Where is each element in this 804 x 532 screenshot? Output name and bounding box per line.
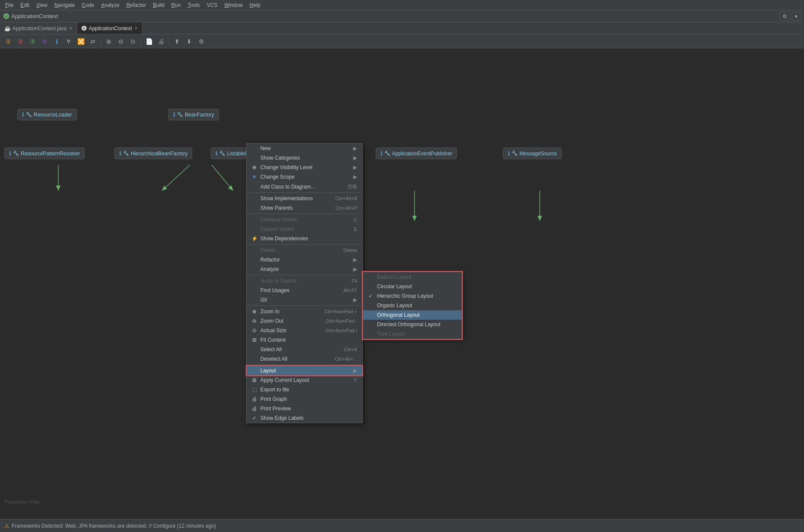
menu-edit[interactable]: Edit <box>17 1 33 9</box>
toolbar-btn-settings[interactable]: ⚙ <box>196 36 207 47</box>
tab-java-label: ApplicationContext.java <box>13 25 66 31</box>
cm-print-graph[interactable]: 🖨 Print Graph <box>247 394 362 404</box>
menu-build[interactable]: Build <box>149 1 168 9</box>
cm-show-edge-labels[interactable]: ✓ Show Edge Labels <box>247 413 362 423</box>
canvas-area[interactable]: ℹ 🔧 ResourceLoader ℹ 🔧 BeanFactory ℹ 🔧 R… <box>0 48 804 519</box>
cm-new[interactable]: New ▶ <box>247 144 362 153</box>
title-text: ApplicationContext <box>11 13 58 19</box>
menu-refactor[interactable]: Refactor <box>123 1 149 9</box>
tab-diagram-close[interactable]: ✕ <box>134 26 138 31</box>
toolbar-btn-1[interactable]: ① <box>3 36 14 47</box>
tab-diagram[interactable]: 🅐 ApplicationContext ✕ <box>77 22 142 34</box>
toolbar-btn-filter[interactable]: ⛛ <box>63 36 74 47</box>
cm-actual-size[interactable]: ⊙ Actual Size Ctrl+NumPad / <box>247 326 362 335</box>
tab-java[interactable]: ☕ ApplicationContext.java ✕ <box>0 22 77 34</box>
menu-tools[interactable]: Tools <box>184 1 203 9</box>
cm-show-parents[interactable]: Show Parents Ctrl+Alt+P <box>247 203 362 213</box>
submenu-circular-layout[interactable]: Circular Layout <box>363 282 462 291</box>
cm-change-visibility-arrow: ▶ <box>353 164 357 170</box>
cm-show-parents-label: Show Parents <box>260 205 293 211</box>
cm-fit-content[interactable]: ⊞ Fit Content <box>247 335 362 345</box>
cm-jump-to-source: Jump to Source F4 <box>247 276 362 286</box>
cm-layout-label: Layout <box>260 368 276 374</box>
node-resourceloader[interactable]: ℹ 🔧 ResourceLoader <box>17 109 77 120</box>
toolbar-zoom-in[interactable]: ⊕ <box>103 36 114 47</box>
status-bar-text: Frameworks Detected: Web, JPA frameworks… <box>12 523 216 529</box>
menu-file[interactable]: File <box>2 1 17 9</box>
toolbar-btn-print[interactable]: 🖨 <box>155 36 167 47</box>
cm-select-all[interactable]: Select All Ctrl+A <box>247 345 362 354</box>
menu-help[interactable]: Help <box>246 1 264 9</box>
tab-java-close[interactable]: ✕ <box>69 26 73 31</box>
cm-zoom-out[interactable]: ⊖ Zoom Out Ctrl+NumPad - <box>247 316 362 326</box>
node-hierarchicalbeanfactory[interactable]: ℹ 🔧 HierarchicalBeanFactory <box>114 148 192 159</box>
menu-navigate[interactable]: Navigate <box>51 1 78 9</box>
toolbar-btn-export[interactable]: 📄 <box>143 36 155 47</box>
status-bar: ⚠ Frameworks Detected: Web, JPA framewor… <box>0 519 804 532</box>
submenu-organic-layout[interactable]: Organic Layout <box>363 301 462 310</box>
cm-deselect-all[interactable]: Deselect All Ctrl+Alt+... <box>247 354 362 364</box>
tree-layout-label: Tree Layout <box>377 331 405 337</box>
toolbar-zoom-out[interactable]: ⊖ <box>115 36 127 47</box>
submenu-hierarchic-group-layout[interactable]: ✓ Hierarchic Group Layout <box>363 291 462 301</box>
cm-delete-label: Delete... <box>260 247 280 253</box>
menu-run[interactable]: Run <box>168 1 184 9</box>
cm-print-preview-icon: 🖨 <box>251 406 258 412</box>
cm-change-scope[interactable]: ▼ Change Scope ▶ <box>247 172 362 182</box>
menu-window[interactable]: Window <box>221 1 246 9</box>
toolbar-btn-down[interactable]: ⬇ <box>184 36 195 47</box>
toolbar-btn-7[interactable]: ⇄ <box>87 36 98 47</box>
toolbar-btn-up[interactable]: ⬆ <box>171 36 183 47</box>
node-beanfactory-label: BeanFactory <box>185 112 214 118</box>
cm-jump-shortcut: F4 <box>351 278 357 283</box>
cm-analyze-arrow: ▶ <box>353 266 357 272</box>
cm-show-implementations[interactable]: Show Implementations Ctrl+Alt+B <box>247 194 362 203</box>
cm-show-dep-label: Show Dependencies <box>260 236 308 242</box>
menu-vcs[interactable]: VCS <box>203 1 221 9</box>
cm-export-to-file[interactable]: ⬚ Export to file <box>247 385 362 394</box>
cm-apply-current-layout[interactable]: ⊞ Apply Current Layout F <box>247 375 362 385</box>
cm-find-label: Find Usages <box>260 287 289 293</box>
menu-view[interactable]: View <box>33 1 51 9</box>
cm-add-class[interactable]: Add Class to Diagram... 空格 <box>247 182 362 192</box>
node-messagesource[interactable]: ℹ 🔧 MessageSource <box>503 148 562 159</box>
cm-sep-2 <box>247 214 362 214</box>
toolbar-btn-2[interactable]: ② <box>15 36 26 47</box>
cm-show-categories[interactable]: Show Categories ▶ <box>247 153 362 163</box>
cm-analyze[interactable]: Analyze ▶ <box>247 264 362 274</box>
toolbar-btn-5[interactable]: ℹ <box>51 36 62 47</box>
cm-layout[interactable]: Layout ▶ <box>247 366 362 375</box>
submenu-directed-orthogonal-layout[interactable]: Directed Orthogonal Layout <box>363 320 462 329</box>
cm-refactor[interactable]: Refactor ▶ <box>247 255 362 264</box>
menu-bar: File Edit View Navigate Code Analyze Ref… <box>0 0 804 10</box>
toolbar-btn-3[interactable]: ③ <box>27 36 38 47</box>
toolbar-btn-4[interactable]: ④ <box>39 36 50 47</box>
submenu-orthogonal-layout[interactable]: Orthogonal Layout <box>363 310 462 320</box>
node-beanfactory[interactable]: ℹ 🔧 BeanFactory <box>168 109 219 120</box>
title-bar: 🅐 ApplicationContext ⚙ ▾ <box>0 10 804 22</box>
cm-sep-6 <box>247 365 362 365</box>
node-applicationeventpublisher[interactable]: ℹ 🔧 ApplicationEventPublisher <box>376 148 457 159</box>
node-resourcepatternresolver[interactable]: ℹ 🔧 ResourcePatternResolver <box>4 148 85 159</box>
cm-zoom-in[interactable]: ⊕ Zoom In Ctrl+NumPad + <box>247 307 362 316</box>
dropdown-btn[interactable]: ▾ <box>792 12 801 21</box>
cm-git[interactable]: Git ▶ <box>247 295 362 305</box>
cm-sep-4 <box>247 275 362 275</box>
cm-show-dependencies[interactable]: ⚡ Show Dependencies <box>247 234 362 243</box>
node-resourceloader-icon: ℹ <box>22 111 24 118</box>
toolbar-btn-6[interactable]: 🔀 <box>75 36 86 47</box>
settings-icon[interactable]: ⚙ <box>779 12 790 21</box>
submenu-balloon-layout: Balloon Layout <box>363 272 462 282</box>
node-rpr-icon: ℹ <box>9 150 11 157</box>
powered-by: Powered by yFiles <box>4 500 40 504</box>
cm-find-usages[interactable]: Find Usages Alt+F7 <box>247 286 362 295</box>
cm-zoom-in-icon: ⊕ <box>251 308 258 315</box>
tab-bar: ☕ ApplicationContext.java ✕ 🅐 Applicatio… <box>0 22 804 35</box>
cm-print-preview[interactable]: 🖨 Print Preview <box>247 404 362 413</box>
menu-analyze[interactable]: Analyze <box>98 1 123 9</box>
toolbar-zoom-actual[interactable]: ⊙ <box>127 36 139 47</box>
cm-deselect-all-shortcut: Ctrl+Alt+... <box>335 356 357 362</box>
menu-code[interactable]: Code <box>78 1 98 9</box>
cm-print-graph-icon: 🖨 <box>251 396 258 402</box>
cm-change-visibility[interactable]: ⊕ Change Visibility Level ▶ <box>247 163 362 172</box>
